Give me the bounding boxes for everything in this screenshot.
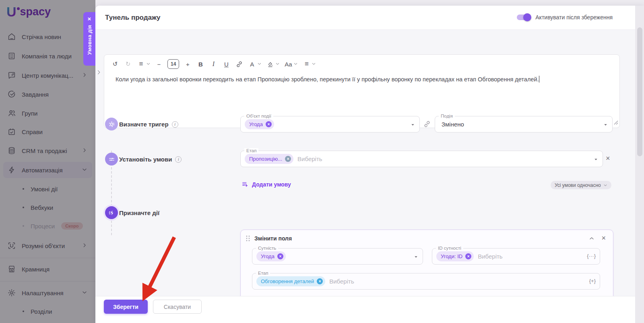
condition-stage-select[interactable]: Етап Пропозицію... × Виберіть [240, 151, 603, 167]
drag-handle-icon[interactable] [246, 235, 250, 243]
scrollbar-thumb[interactable] [637, 27, 642, 156]
editor-toolbar: ↺ ↻ ≡ − 14 + B I U A [104, 55, 619, 71]
action-card-close-icon[interactable]: × [601, 235, 606, 241]
activate-toggle[interactable] [517, 14, 530, 20]
tab-close-icon[interactable]: × [88, 15, 91, 23]
chip-label: Угода [261, 253, 275, 259]
insert-token-button[interactable]: {···} [587, 253, 596, 259]
chevron-down-icon [603, 183, 607, 187]
cancel-button[interactable]: Скасувати [153, 300, 202, 314]
collapse-chevron-icon[interactable] [589, 236, 594, 243]
chevron-down-icon [146, 60, 151, 68]
add-condition-label: Додати умову [252, 181, 291, 188]
chevron-down-icon [275, 60, 280, 68]
typography-dropdown[interactable]: Aa [284, 59, 298, 69]
entity-id-select[interactable]: ID сутності Угоди: ID × Виберіть {···} [432, 248, 600, 265]
dropdown-arrow-icon[interactable] [603, 122, 608, 129]
chip-label: Обговорення деталей [261, 278, 314, 284]
undo-icon[interactable]: ↺ [111, 59, 120, 69]
dropdown-arrow-icon[interactable] [410, 122, 415, 129]
field-placeholder: Виберіть [329, 278, 354, 285]
highlight-color-dropdown[interactable] [266, 59, 280, 69]
scrollbar-track[interactable] [635, 6, 644, 323]
action-card-title: Змінити поля [254, 235, 292, 242]
conditional-action-tab[interactable]: × Умовна дія [83, 12, 95, 66]
font-color-dropdown[interactable]: A [248, 59, 262, 69]
panel-expand-chevron-icon[interactable] [96, 69, 102, 77]
line-height-icon: ≡ [136, 59, 145, 69]
underline-icon[interactable]: U [222, 59, 231, 69]
bold-icon[interactable]: B [196, 59, 205, 69]
link-fields-icon[interactable] [423, 120, 431, 129]
modal-dim-overlay [0, 0, 95, 323]
info-icon[interactable]: i [175, 156, 182, 163]
chip-remove-icon[interactable]: × [465, 253, 471, 259]
font-color-icon: A [248, 59, 256, 69]
font-size-decrease-icon[interactable]: − [155, 59, 163, 69]
highlight-icon [266, 59, 275, 69]
action-stage-chip: Обговорення деталей × [256, 276, 325, 286]
font-size-value[interactable]: 14 [167, 59, 179, 69]
conditions-mode-select[interactable]: Усі умови одночасно [551, 181, 611, 189]
add-condition-button[interactable]: Додати умову [242, 181, 291, 188]
entity-chip: Угода × [256, 251, 286, 261]
align-dropdown[interactable]: ≡ [302, 59, 316, 69]
text-caret [539, 76, 539, 83]
font-size-increase-icon[interactable]: + [183, 59, 192, 69]
save-button[interactable]: Зберегти [104, 300, 148, 314]
conditional-action-panel: Тунель продажу Активувати після збережен… [95, 6, 644, 323]
chip-label: Угоди: ID [441, 253, 462, 259]
chip-label: Угода [249, 121, 263, 127]
chevron-down-icon [257, 60, 262, 68]
entity-id-chip: Угоди: ID × [436, 251, 474, 261]
step-title-text: Визначте тригер [119, 121, 169, 128]
trigger-step-title: Визначте тригер i [119, 121, 178, 128]
chip-remove-icon[interactable]: × [317, 278, 323, 284]
field-placeholder: Виберіть [297, 155, 322, 162]
redo-icon[interactable]: ↻ [124, 59, 132, 69]
event-select[interactable]: Подія Змінено [435, 116, 613, 133]
sliders-icon [108, 156, 115, 163]
dropdown-arrow-icon[interactable] [413, 254, 419, 261]
line-height-dropdown[interactable]: ≡ [136, 59, 151, 69]
info-icon[interactable]: i [172, 121, 178, 128]
target-icon [108, 121, 115, 128]
typography-icon: Aa [284, 59, 293, 69]
italic-icon[interactable]: I [209, 59, 218, 69]
activate-toggle-label: Активувати після збереження [535, 14, 613, 21]
step-title-text: Призначте дії [119, 209, 159, 216]
conditions-step-icon [105, 153, 118, 166]
link-icon[interactable] [235, 59, 244, 69]
panel-body: ↺ ↻ ≡ − 14 + B I U A [95, 30, 644, 302]
bolt-lines-icon [108, 209, 115, 216]
panel-header: Тунель продажу Активувати після збережен… [95, 6, 644, 30]
editor-text[interactable]: Коли угода із загальної воронки переходи… [116, 75, 603, 84]
app-root: U spacy Стрічка новин Компанія та люди Ц… [0, 0, 644, 323]
insert-token-plus-button[interactable]: {+} [589, 278, 596, 284]
conditions-mode-label: Усі умови одночасно [555, 182, 601, 188]
resize-handle-icon[interactable] [613, 119, 618, 126]
trigger-step-icon [105, 118, 118, 130]
dropdown-arrow-icon[interactable] [593, 156, 599, 164]
condition-remove-icon[interactable]: × [606, 155, 610, 162]
step-title-text: Установіть умови [119, 156, 172, 163]
chip-remove-icon[interactable]: × [285, 156, 291, 162]
chip-remove-icon[interactable]: × [266, 121, 272, 127]
align-icon: ≡ [302, 59, 311, 69]
event-object-chip: Угода × [245, 119, 274, 129]
conditions-step-title: Установіть умови i [119, 156, 182, 163]
event-object-select[interactable]: Об'єкт події Угода × [240, 116, 420, 133]
add-list-icon [242, 181, 248, 188]
action-stage-select[interactable]: Етап Обговорення деталей × Виберіть {+} [252, 273, 600, 290]
chevron-down-icon [312, 60, 316, 68]
editor-text-value: Коли угода із загальної воронки переходи… [116, 76, 539, 83]
toggle-knob [523, 13, 531, 21]
actions-step-title: Призначте дії [119, 209, 159, 216]
chip-remove-icon[interactable]: × [277, 253, 283, 259]
page-title: Тунель продажу [105, 14, 160, 22]
event-value: Змінено [442, 121, 464, 128]
entity-select[interactable]: Сутність Угода × [252, 248, 423, 265]
chevron-down-icon [293, 60, 298, 68]
chip-label: Пропозицію... [249, 156, 282, 162]
field-placeholder: Виберіть [478, 253, 503, 260]
